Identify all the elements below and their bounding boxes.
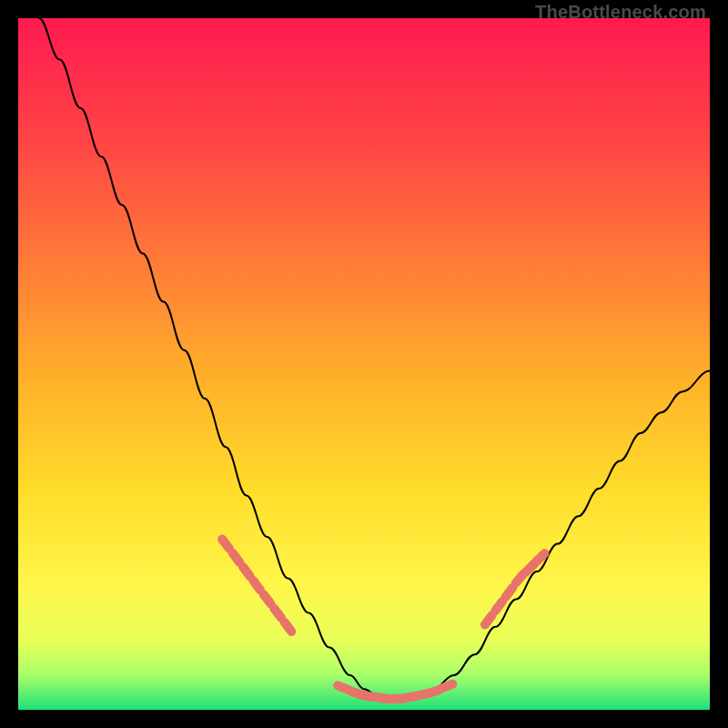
marker-dot xyxy=(428,690,439,693)
marker-dot xyxy=(285,622,292,632)
marker-dot xyxy=(243,567,250,576)
marker-dot xyxy=(338,685,349,690)
marker-dot xyxy=(495,602,502,611)
bottleneck-chart xyxy=(18,18,710,710)
marker-dot xyxy=(526,564,534,572)
marker-dot xyxy=(222,539,229,548)
marker-dot xyxy=(516,574,523,583)
marker-dot xyxy=(233,553,240,562)
chart-frame xyxy=(18,18,710,710)
marker-dot xyxy=(441,684,452,689)
marker-dot xyxy=(253,581,260,590)
marker-dot xyxy=(536,553,544,561)
marker-dot xyxy=(274,608,281,617)
watermark-text: TheBottleneck.com xyxy=(535,2,706,23)
marker-dot xyxy=(485,615,492,624)
marker-dot xyxy=(264,594,271,603)
gradient-background xyxy=(18,18,710,710)
marker-dot xyxy=(506,588,513,597)
